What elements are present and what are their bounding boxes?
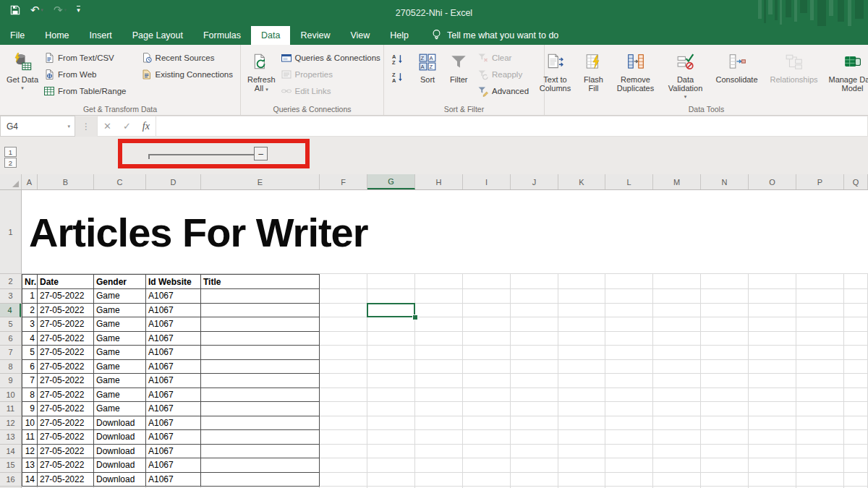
cell[interactable] [653, 332, 701, 346]
cell[interactable] [201, 402, 320, 416]
cell[interactable]: A1067 [146, 416, 201, 431]
column-header-m[interactable]: M [653, 174, 701, 189]
cell[interactable] [701, 304, 749, 318]
cell[interactable] [701, 388, 749, 403]
cell[interactable]: A1067 [146, 304, 201, 318]
from-table-range-button[interactable]: From Table/Range [43, 84, 134, 98]
cell[interactable] [796, 374, 844, 388]
row-header-7[interactable]: 7 [0, 346, 21, 360]
cell[interactable] [511, 430, 558, 445]
cell[interactable]: Game [94, 317, 146, 332]
cell[interactable] [367, 332, 415, 346]
cell[interactable] [320, 416, 367, 431]
cell[interactable]: 10 [22, 416, 38, 431]
cell[interactable]: 27-05-2022 [38, 346, 94, 360]
cell[interactable] [558, 374, 605, 388]
cell[interactable] [701, 346, 749, 360]
cell[interactable] [511, 289, 558, 304]
cell[interactable] [653, 304, 701, 318]
cell[interactable] [844, 274, 868, 289]
column-header-g[interactable]: G [367, 174, 415, 189]
cell[interactable] [320, 458, 367, 473]
cell[interactable]: Download [94, 445, 146, 459]
cell[interactable] [320, 473, 367, 487]
cell[interactable]: 1 [22, 289, 38, 304]
cell[interactable] [463, 304, 511, 318]
cell[interactable] [463, 416, 511, 431]
cell[interactable] [844, 473, 868, 487]
cell[interactable] [844, 402, 868, 416]
name-box[interactable]: G4 ▾ [0, 116, 75, 137]
filter-button[interactable]: Filter [443, 50, 475, 85]
column-header-i[interactable]: I [463, 174, 511, 189]
cell[interactable]: 2 [22, 304, 38, 318]
from-text-csv-button[interactable]: From Text/CSV [43, 51, 134, 64]
cell[interactable] [201, 360, 320, 374]
cell[interactable] [749, 374, 796, 388]
cell[interactable] [201, 388, 320, 403]
cell[interactable] [463, 332, 511, 346]
cancel-entry-icon[interactable]: ✕ [103, 121, 111, 132]
select-all-corner[interactable] [0, 174, 22, 189]
cell[interactable] [844, 388, 868, 403]
cell[interactable] [463, 289, 511, 304]
cell[interactable]: 27-05-2022 [38, 388, 94, 403]
cell[interactable] [558, 274, 605, 289]
cell[interactable] [701, 317, 749, 332]
cell[interactable]: 27-05-2022 [38, 304, 94, 318]
cell[interactable] [558, 458, 605, 473]
column-header-q[interactable]: Q [844, 174, 868, 189]
from-web-button[interactable]: From Web [43, 67, 134, 81]
cell[interactable]: Game [94, 346, 146, 360]
cell[interactable] [201, 473, 320, 487]
cell[interactable]: Download [94, 458, 146, 473]
cell[interactable] [558, 473, 605, 487]
recent-sources-button[interactable]: Recent Sources [141, 51, 233, 64]
cell[interactable] [201, 430, 320, 445]
cell[interactable]: 27-05-2022 [38, 473, 94, 487]
cell[interactable] [844, 416, 868, 431]
cell[interactable] [415, 388, 463, 403]
row-header-6[interactable]: 6 [0, 332, 21, 346]
cell[interactable] [701, 473, 749, 487]
cell[interactable] [201, 332, 320, 346]
cell[interactable] [463, 374, 511, 388]
get-data-button[interactable]: Get Data▾ [4, 50, 41, 94]
cell[interactable] [367, 402, 415, 416]
cell[interactable] [415, 360, 463, 374]
cell[interactable]: Game [94, 304, 146, 318]
cell[interactable] [701, 289, 749, 304]
tab-formulas[interactable]: Formulas [193, 26, 251, 45]
cell[interactable] [605, 274, 653, 289]
cell[interactable]: A1067 [146, 346, 201, 360]
cell[interactable]: Download [94, 416, 146, 431]
cell[interactable] [605, 360, 653, 374]
cell[interactable] [415, 274, 463, 289]
tab-home[interactable]: Home [35, 26, 79, 45]
sort-ascending-icon[interactable]: AZ [391, 53, 407, 65]
row-header-9[interactable]: 9 [0, 374, 21, 388]
cell[interactable] [415, 473, 463, 487]
cell[interactable] [796, 304, 844, 318]
cell[interactable] [605, 458, 653, 473]
cell[interactable] [463, 473, 511, 487]
cell[interactable]: Download [94, 430, 146, 445]
cell[interactable] [320, 445, 367, 459]
cell[interactable] [511, 317, 558, 332]
cell[interactable] [749, 304, 796, 318]
column-header-b[interactable]: B [38, 174, 94, 189]
cell[interactable] [796, 289, 844, 304]
cell[interactable] [701, 402, 749, 416]
column-header-l[interactable]: L [605, 174, 653, 189]
cell[interactable] [463, 346, 511, 360]
column-header-a[interactable]: A [22, 174, 38, 189]
cell[interactable] [605, 402, 653, 416]
cell[interactable] [844, 430, 868, 445]
data-validation-button[interactable]: Data Validation▾ [661, 50, 710, 103]
cell[interactable] [796, 360, 844, 374]
row-header-13[interactable]: 13 [0, 430, 21, 445]
cell[interactable] [415, 346, 463, 360]
cell[interactable] [605, 430, 653, 445]
cell[interactable]: 6 [22, 360, 38, 374]
flash-fill-button[interactable]: Flash Fill [577, 50, 610, 103]
